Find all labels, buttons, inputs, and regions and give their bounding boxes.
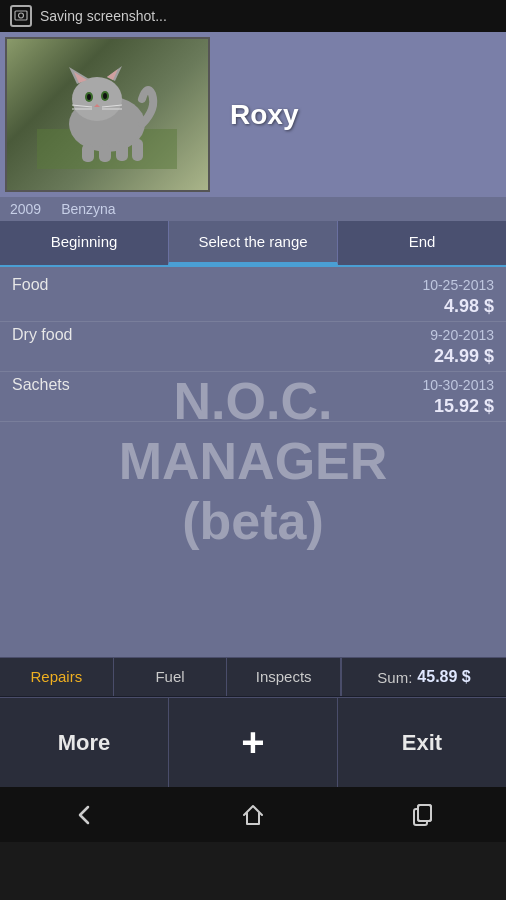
expense-amount-dryfood: 24.99 $ — [434, 346, 494, 366]
expense-label-food: Food — [12, 276, 48, 294]
svg-rect-19 — [99, 144, 111, 162]
svg-rect-20 — [116, 141, 128, 161]
svg-point-11 — [87, 94, 91, 100]
tab-beginning[interactable]: Beginning — [0, 221, 168, 265]
year-label: 2009 — [10, 201, 41, 217]
expense-date-dryfood: 9-20-2013 — [430, 327, 494, 343]
year-brand-row: 2009 Benzyna — [0, 197, 506, 221]
expense-amount-food: 4.98 $ — [444, 296, 494, 316]
svg-rect-21 — [132, 139, 143, 161]
home-button[interactable] — [228, 795, 278, 835]
svg-point-1 — [19, 13, 24, 18]
status-text: Saving screenshot... — [40, 8, 167, 24]
tab-inspects[interactable]: Inspects — [227, 658, 341, 696]
navigation-bar — [0, 787, 506, 842]
category-tabs: Repairs Fuel Inspects Sum: 45.89 $ — [0, 657, 506, 697]
back-button[interactable] — [59, 795, 109, 835]
sum-value: 45.89 $ — [417, 668, 470, 686]
action-buttons: More + Exit — [0, 697, 506, 787]
expense-row: Dry food 9-20-2013 24.99 $ — [0, 322, 506, 372]
svg-rect-0 — [15, 11, 27, 20]
tab-end[interactable]: End — [338, 221, 506, 265]
header-section: Roxy — [0, 32, 506, 197]
svg-rect-18 — [82, 144, 94, 162]
brand-label: Benzyna — [61, 201, 115, 217]
tab-fuel[interactable]: Fuel — [114, 658, 228, 696]
screenshot-icon — [10, 5, 32, 27]
expense-row: Sachets 10-30-2013 15.92 $ — [0, 372, 506, 422]
more-button[interactable]: More — [0, 698, 169, 787]
range-selector: Beginning Select the range End — [0, 221, 506, 267]
exit-button[interactable]: Exit — [338, 698, 506, 787]
sum-label: Sum: — [377, 669, 412, 686]
tab-select-range[interactable]: Select the range — [168, 221, 338, 265]
expense-amount-sachets: 15.92 $ — [434, 396, 494, 416]
status-bar: Saving screenshot... — [0, 0, 506, 32]
expense-date-food: 10-25-2013 — [422, 277, 494, 293]
pet-name: Roxy — [230, 99, 298, 131]
expense-label-sachets: Sachets — [12, 376, 70, 394]
content-area: N.O.C. MANAGER (beta) Food 10-25-2013 4.… — [0, 267, 506, 657]
expense-date-sachets: 10-30-2013 — [422, 377, 494, 393]
sum-section: Sum: 45.89 $ — [341, 658, 506, 696]
recent-button[interactable] — [397, 795, 447, 835]
pet-image — [5, 37, 210, 192]
svg-point-12 — [103, 93, 107, 99]
expense-row: Food 10-25-2013 4.98 $ — [0, 272, 506, 322]
svg-rect-23 — [418, 805, 431, 821]
expense-label-dryfood: Dry food — [12, 326, 72, 344]
tab-repairs[interactable]: Repairs — [0, 658, 114, 696]
svg-point-4 — [72, 77, 122, 121]
add-button[interactable]: + — [169, 698, 338, 787]
